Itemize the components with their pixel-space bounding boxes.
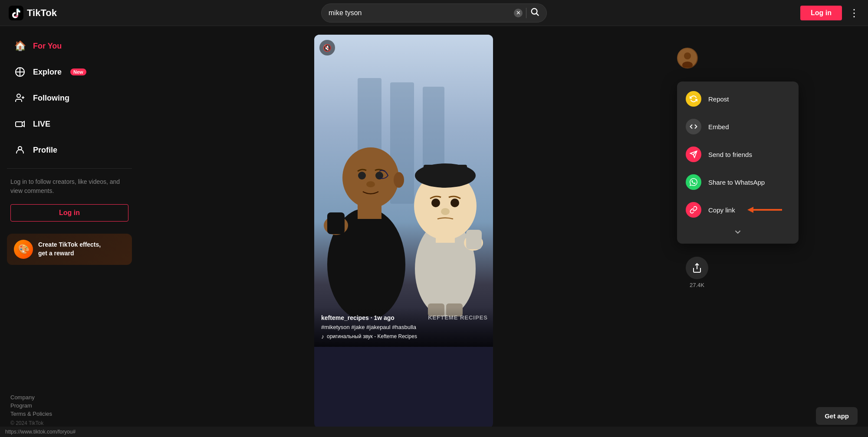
sidebar-item-following[interactable]: Following bbox=[3, 86, 135, 110]
url-text: https://www.tiktok.com/foryou# bbox=[5, 429, 76, 435]
video-info: kefteme_recipes · 1w ago #miketyson #jak… bbox=[314, 307, 493, 347]
svg-rect-16 bbox=[327, 212, 345, 234]
dropdown-item-copy-link[interactable]: Copy link bbox=[677, 196, 799, 224]
header: TikTok ✕ Log in ⋮ bbox=[0, 0, 868, 26]
audio-note-icon: ♪ bbox=[321, 333, 324, 340]
sidebar-item-for-you[interactable]: 🏠 For You bbox=[3, 34, 135, 58]
svg-point-22 bbox=[431, 199, 440, 207]
send-friends-label: Send to friends bbox=[708, 151, 752, 158]
repost-label: Repost bbox=[708, 95, 729, 103]
share-panel: Repost Embed Send to friends bbox=[677, 48, 799, 244]
svg-rect-0 bbox=[9, 6, 23, 20]
svg-rect-6 bbox=[16, 122, 22, 127]
logo-text: TikTok bbox=[27, 7, 57, 19]
hasbulla-figure bbox=[402, 134, 489, 316]
search-button[interactable] bbox=[530, 7, 539, 19]
svg-point-23 bbox=[450, 199, 459, 207]
dropdown-item-send-friends[interactable]: Send to friends bbox=[677, 140, 799, 168]
svg-point-9 bbox=[342, 147, 399, 208]
dropdown-item-embed[interactable]: Embed bbox=[677, 113, 799, 140]
sidebar-item-live[interactable]: LIVE bbox=[3, 112, 135, 136]
search-icon bbox=[530, 7, 539, 16]
arrow-icon bbox=[747, 205, 786, 215]
url-bar: https://www.tiktok.com/foryou# bbox=[0, 427, 868, 437]
search-area: ✕ bbox=[111, 3, 757, 23]
sidebar-item-profile[interactable]: Profile bbox=[3, 138, 135, 162]
dropdown-item-whatsapp[interactable]: Share to WhatsApp bbox=[677, 168, 799, 196]
new-badge: New bbox=[70, 68, 86, 75]
profile-icon bbox=[14, 144, 26, 156]
svg-rect-26 bbox=[466, 230, 482, 249]
whatsapp-icon bbox=[686, 174, 701, 190]
header-right: Log in ⋮ bbox=[764, 6, 859, 20]
main-content: 🏠 For You Explore New Following LIVE bbox=[0, 26, 868, 437]
svg-point-24 bbox=[441, 208, 450, 215]
sidebar-promo-text: Log in to follow creators, like videos, … bbox=[0, 174, 139, 199]
svg-point-14 bbox=[366, 181, 375, 187]
search-clear-button[interactable]: ✕ bbox=[514, 9, 523, 17]
dropdown-item-repost[interactable]: Repost bbox=[677, 85, 799, 113]
video-scene bbox=[314, 35, 493, 347]
sidebar-label-profile: Profile bbox=[33, 146, 57, 155]
share-action-area: 27.4K bbox=[686, 257, 708, 288]
video-feed: 🔇 kefteme_recipes · 1w ago #miketyson #j… bbox=[139, 26, 668, 437]
sidebar-login-button[interactable]: Log in bbox=[10, 204, 128, 222]
video-audio: ♪ оригинальный звук - Kefteme Recipes bbox=[321, 333, 486, 340]
share-dropdown: Repost Embed Send to friends bbox=[677, 82, 799, 244]
sidebar: 🏠 For You Explore New Following LIVE bbox=[0, 26, 139, 437]
footer-link-company[interactable]: Company bbox=[10, 394, 128, 401]
effects-title: Create TikTok effects, get a reward bbox=[38, 241, 101, 258]
video-tags: #miketyson #jake #jakepaul #hasbulla bbox=[321, 324, 486, 330]
right-panel: Repost Embed Send to friends bbox=[668, 26, 868, 437]
share-arrow-icon bbox=[692, 263, 702, 273]
share-button[interactable] bbox=[686, 257, 708, 279]
effects-icon: 🎨 bbox=[14, 240, 33, 259]
sidebar-divider bbox=[7, 168, 132, 169]
footer-copyright: © 2024 TikTok bbox=[10, 420, 43, 426]
svg-marker-35 bbox=[747, 207, 753, 213]
search-divider bbox=[526, 8, 526, 18]
svg-rect-21 bbox=[424, 165, 467, 182]
effects-promo-banner[interactable]: 🎨 Create TikTok effects, get a reward bbox=[7, 234, 132, 265]
svg-point-1 bbox=[532, 9, 537, 14]
search-input[interactable] bbox=[329, 9, 510, 17]
mute-icon: 🔇 bbox=[323, 44, 332, 52]
sidebar-label-live: LIVE bbox=[33, 120, 50, 129]
send-friends-icon bbox=[686, 147, 701, 162]
footer-link-terms[interactable]: Terms & Policies bbox=[10, 411, 128, 417]
copy-link-arrow bbox=[747, 205, 786, 215]
tiktok-logo-icon bbox=[9, 6, 23, 20]
embed-label: Embed bbox=[708, 123, 729, 130]
more-options-button[interactable]: ⋮ bbox=[849, 7, 859, 19]
mute-button[interactable]: 🔇 bbox=[319, 40, 335, 55]
video-container[interactable]: 🔇 kefteme_recipes · 1w ago #miketyson #j… bbox=[314, 35, 493, 428]
get-app-button[interactable]: Get app bbox=[816, 407, 858, 425]
avatar bbox=[677, 48, 698, 68]
video-watermark: KEFTEME RECIPES bbox=[428, 314, 488, 321]
svg-point-5 bbox=[17, 94, 20, 98]
sidebar-item-explore[interactable]: Explore New bbox=[3, 60, 135, 84]
copy-link-label: Copy link bbox=[708, 206, 735, 214]
search-bar: ✕ bbox=[321, 3, 547, 23]
share-count: 27.4K bbox=[690, 282, 704, 288]
copy-link-icon bbox=[686, 202, 701, 218]
audio-text: оригинальный звук - Kefteme Recipes bbox=[327, 333, 417, 339]
explore-icon bbox=[14, 66, 26, 78]
svg-line-2 bbox=[536, 13, 539, 16]
home-icon: 🏠 bbox=[14, 40, 26, 52]
sidebar-label-explore: Explore bbox=[33, 68, 62, 77]
effects-promo-text: Create TikTok effects, get a reward bbox=[38, 241, 101, 258]
header-login-button[interactable]: Log in bbox=[800, 6, 842, 20]
repost-icon bbox=[686, 91, 701, 107]
embed-icon bbox=[686, 119, 701, 134]
svg-rect-11 bbox=[358, 202, 381, 219]
dropdown-show-more[interactable] bbox=[677, 224, 799, 240]
whatsapp-label: Share to WhatsApp bbox=[708, 179, 765, 186]
avatar-row bbox=[677, 48, 698, 68]
sidebar-footer: Company Program Terms & Policies © 2024 … bbox=[0, 391, 139, 430]
following-icon bbox=[14, 92, 26, 104]
svg-point-30 bbox=[684, 52, 691, 59]
sidebar-label-for-you: For You bbox=[33, 42, 62, 51]
video-placeholder: 🔇 kefteme_recipes · 1w ago #miketyson #j… bbox=[314, 35, 493, 347]
footer-link-program[interactable]: Program bbox=[10, 402, 128, 409]
